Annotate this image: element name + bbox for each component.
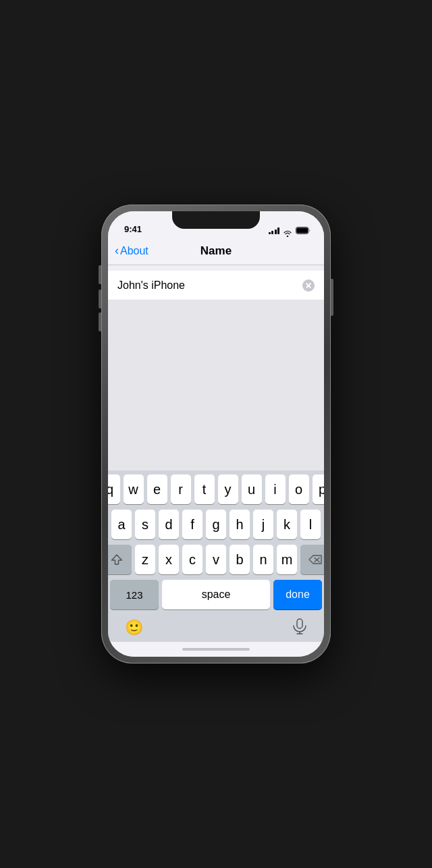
key-b[interactable]: b	[230, 545, 250, 574]
key-m[interactable]: m	[277, 545, 297, 574]
page-title: Name	[200, 244, 232, 258]
key-o[interactable]: o	[289, 474, 309, 504]
key-p[interactable]: p	[313, 474, 325, 504]
key-i[interactable]: i	[265, 474, 286, 504]
home-bar	[182, 648, 250, 651]
key-l[interactable]: l	[300, 510, 321, 539]
nav-bar: ‹ About Name	[108, 237, 324, 265]
delete-key[interactable]	[300, 545, 324, 574]
phone-device: 9:41	[101, 205, 331, 663]
key-z[interactable]: z	[135, 545, 155, 574]
mic-button[interactable]	[292, 618, 307, 637]
key-q[interactable]: q	[108, 474, 120, 504]
battery-icon	[296, 227, 310, 234]
key-r[interactable]: r	[171, 474, 191, 504]
svg-rect-4	[297, 619, 302, 628]
key-g[interactable]: g	[206, 510, 226, 539]
key-f[interactable]: f	[182, 510, 202, 539]
keyboard: q w e r t y u i o p a s d f g h j k	[108, 470, 324, 642]
key-n[interactable]: n	[253, 545, 273, 574]
key-y[interactable]: y	[218, 474, 238, 504]
wifi-icon	[283, 227, 292, 234]
notch	[172, 211, 260, 229]
shift-key[interactable]	[108, 545, 132, 574]
signal-icon	[269, 227, 280, 234]
clear-button[interactable]	[302, 279, 315, 292]
emoji-button[interactable]: 🙂	[125, 619, 143, 636]
emoji-row: 🙂	[110, 614, 322, 642]
keyboard-row-1: q w e r t y u i o p	[110, 474, 322, 504]
key-u[interactable]: u	[242, 474, 262, 504]
key-k[interactable]: k	[277, 510, 297, 539]
space-key[interactable]: space	[162, 580, 270, 609]
name-input-row	[108, 271, 324, 300]
key-a[interactable]: a	[111, 510, 132, 539]
key-c[interactable]: c	[182, 545, 202, 574]
keyboard-row-3: z x c v b n m	[110, 545, 322, 574]
chevron-left-icon: ‹	[115, 244, 119, 256]
key-s[interactable]: s	[135, 510, 155, 539]
status-icons	[269, 227, 311, 234]
key-d[interactable]: d	[159, 510, 179, 539]
key-h[interactable]: h	[230, 510, 250, 539]
numbers-key[interactable]: 123	[110, 580, 159, 609]
keyboard-row-2: a s d f g h j k l	[110, 510, 322, 539]
key-w[interactable]: w	[124, 474, 144, 504]
back-label: About	[120, 245, 148, 257]
back-button[interactable]: ‹ About	[115, 245, 148, 257]
status-time: 9:41	[122, 224, 142, 234]
key-x[interactable]: x	[159, 545, 179, 574]
nav-separator	[108, 265, 324, 271]
keyboard-bottom-row: 123 space done	[110, 580, 322, 609]
key-e[interactable]: e	[147, 474, 167, 504]
svg-rect-1	[296, 228, 308, 234]
content-area	[108, 300, 324, 470]
name-input[interactable]	[117, 279, 302, 292]
key-t[interactable]: t	[194, 474, 215, 504]
key-j[interactable]: j	[253, 510, 273, 539]
done-key[interactable]: done	[273, 580, 322, 609]
phone-screen: 9:41	[108, 211, 324, 657]
key-v[interactable]: v	[206, 545, 226, 574]
home-indicator	[108, 642, 324, 657]
